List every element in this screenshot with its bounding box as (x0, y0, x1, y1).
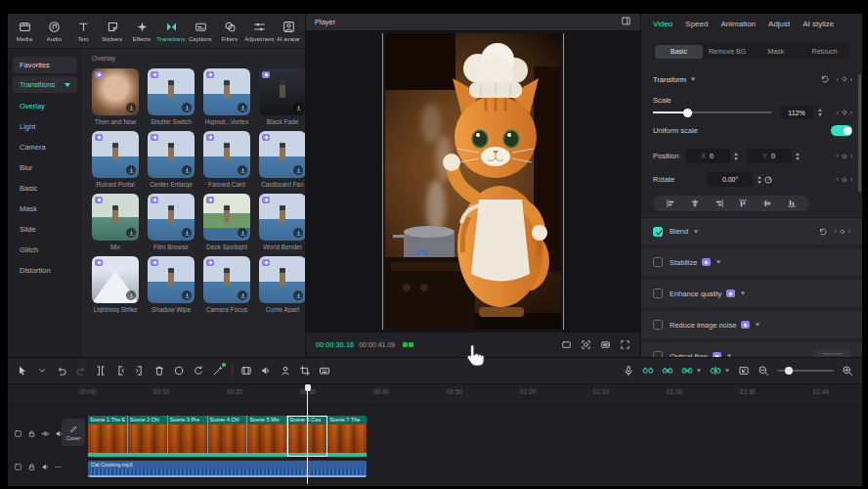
category-slide[interactable]: Slide (8, 219, 82, 240)
transition-thumbnail[interactable] (259, 194, 305, 241)
transition-thumbnail[interactable] (148, 68, 195, 115)
select-icon[interactable] (17, 365, 28, 377)
reset-icon[interactable] (818, 227, 828, 237)
audio-track-frame-icon[interactable] (14, 463, 22, 471)
download-icon[interactable] (126, 103, 136, 112)
transition-thumbnail[interactable] (92, 256, 139, 303)
download-icon[interactable] (182, 228, 192, 238)
video-track-lock-icon[interactable] (27, 429, 36, 438)
category-blur[interactable]: Blur (8, 157, 82, 178)
inspector-scrollbar[interactable] (858, 74, 861, 192)
scale-value-input[interactable]: 112% (780, 106, 813, 119)
transition-thumbnail[interactable] (203, 256, 250, 303)
favorites-button[interactable]: Favorites (13, 57, 77, 73)
tab-video[interactable]: Video (653, 20, 673, 28)
download-icon[interactable] (293, 103, 303, 112)
rotate-value-input[interactable]: 0.00° (708, 172, 753, 187)
download-icon[interactable] (126, 165, 136, 175)
audio-track-speaker-icon[interactable] (41, 463, 50, 471)
transition-thumbnail[interactable] (259, 256, 305, 303)
download-icon[interactable] (238, 290, 247, 300)
transition-item-world-bender[interactable]: World Bender (259, 194, 305, 250)
transition-item-mix[interactable]: Mix (92, 194, 139, 250)
keyframe-prev-icon[interactable]: ‹ (836, 153, 838, 159)
transition-item-center-enlarge[interactable]: Center Enlarge (148, 131, 195, 188)
keyframe-prev-icon[interactable]: ‹ (834, 228, 836, 235)
category-camera[interactable]: Camera (8, 137, 82, 157)
trim-right-icon[interactable] (134, 365, 146, 377)
toolbar-item-text[interactable]: Text (68, 21, 98, 42)
transition-thumbnail[interactable] (259, 131, 305, 178)
subtab-retouch[interactable]: Retouch (801, 45, 849, 59)
reset-icon[interactable] (820, 74, 830, 84)
ratio-icon[interactable] (561, 339, 572, 350)
video-track-frame-icon[interactable] (14, 429, 22, 438)
toolbar-item-adjustment[interactable]: Adjustment (244, 21, 274, 42)
video-clip-2[interactable]: Scene 2 Chi (128, 416, 168, 457)
rotate-stepper[interactable] (755, 173, 763, 187)
crop-icon[interactable] (299, 365, 311, 377)
scale-slider[interactable] (653, 111, 772, 113)
transition-thumbnail[interactable] (92, 131, 139, 178)
download-icon[interactable] (293, 228, 303, 238)
cover-button[interactable]: Cover (62, 419, 85, 446)
keyframe-diamond-icon[interactable] (841, 109, 848, 116)
keyframe-prev-icon[interactable]: ‹ (836, 110, 838, 116)
download-icon[interactable] (182, 165, 192, 175)
redo-icon[interactable] (75, 365, 87, 377)
transition-thumbnail[interactable] (203, 131, 250, 178)
toolbar-item-effects[interactable]: Effects (127, 21, 156, 42)
stabilize-checkbox[interactable] (653, 257, 663, 267)
tab-animation[interactable]: Animation (720, 20, 756, 28)
position-y-stepper[interactable] (794, 150, 803, 163)
timeline-zoom-slider[interactable] (777, 370, 834, 372)
align-center-v-icon[interactable] (762, 199, 772, 208)
download-icon[interactable] (182, 103, 192, 112)
category-basic[interactable]: Basic (8, 178, 82, 199)
keyframe-diamond-icon[interactable] (841, 176, 848, 184)
toolbar-item-filters[interactable]: Filters (215, 21, 244, 42)
preview-axis-icon[interactable] (681, 365, 693, 377)
video-preview[interactable] (385, 33, 561, 330)
scale-slider-handle[interactable] (683, 109, 692, 117)
delete-icon[interactable] (153, 365, 165, 377)
zoom-out-icon[interactable] (758, 365, 769, 377)
player-stage[interactable] (306, 30, 640, 333)
chevron-down-icon[interactable] (36, 365, 48, 377)
category-light[interactable]: Light (8, 116, 82, 137)
zoom-in-icon[interactable] (842, 365, 853, 377)
keyframe-next-icon[interactable]: › (850, 176, 852, 183)
subtab-basic[interactable]: Basic (655, 45, 704, 59)
transition-item-deck-spotlight[interactable]: Deck Spotlight (203, 194, 250, 250)
transition-item-shadow-wipe[interactable]: Shadow Wipe (148, 256, 195, 313)
transition-item-lightning-strike[interactable]: Lightning Strike (92, 256, 139, 313)
transition-thumbnail[interactable] (92, 194, 139, 241)
scale-stepper[interactable] (815, 106, 824, 119)
player-layout-icon[interactable] (621, 16, 631, 26)
keyframe-prev-icon[interactable]: ‹ (836, 176, 838, 183)
keyframe-control[interactable]: ‹› (834, 228, 850, 236)
keyframe-diamond-icon[interactable] (839, 228, 846, 236)
audio-clip[interactable]: Cat Cooking.mp3 (88, 461, 367, 477)
toolbar-item-transitions[interactable]: Transitions (156, 21, 186, 42)
avatar-icon[interactable] (280, 365, 291, 377)
transition-item-camera-focus[interactable]: Camera Focus (203, 256, 250, 313)
align-left-icon[interactable] (666, 199, 675, 208)
video-clip-5[interactable]: Scene 5 Mix (247, 416, 287, 457)
position-x-input[interactable]: X0 (685, 149, 730, 163)
keyframe-control[interactable]: ‹› (836, 75, 852, 83)
magnet-icon[interactable] (642, 365, 654, 377)
position-x-stepper[interactable] (732, 150, 741, 163)
focus-icon[interactable] (581, 339, 591, 350)
uniform-scale-toggle[interactable] (831, 125, 852, 136)
transition-item-black-fade[interactable]: Black Fade (259, 68, 305, 125)
toolbar-item-captions[interactable]: Captions (186, 21, 215, 42)
toolbar-item-ai-avatar[interactable]: AI avatar (274, 21, 303, 42)
category-overlay[interactable]: Overlay (8, 96, 82, 116)
keyframe-next-icon[interactable]: › (850, 110, 852, 116)
section-caret-icon[interactable] (716, 261, 721, 264)
tab-adjust[interactable]: Adjust (768, 20, 790, 28)
category-distortion[interactable]: Distortion (8, 260, 82, 281)
category-glitch[interactable]: Glitch (8, 240, 82, 260)
download-icon[interactable] (126, 228, 136, 238)
